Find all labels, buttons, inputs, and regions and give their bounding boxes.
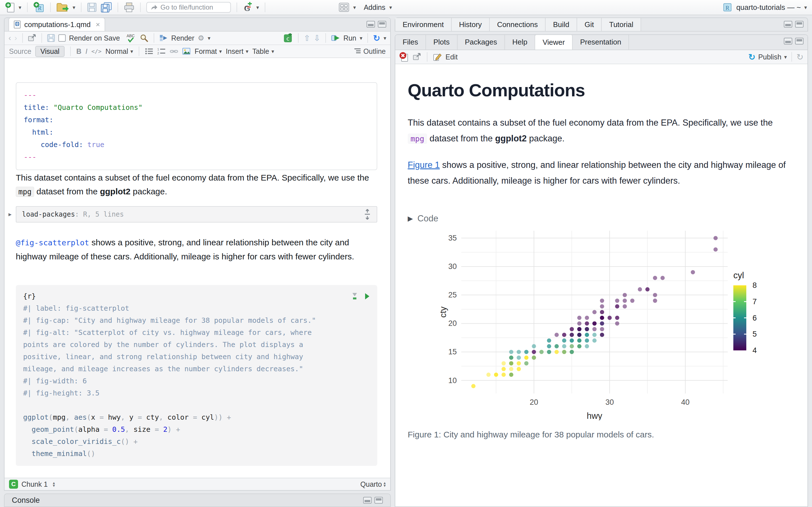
addins-caret[interactable]: ▾: [389, 5, 392, 10]
tab-environment[interactable]: Environment: [395, 18, 452, 31]
image-icon[interactable]: [182, 46, 191, 57]
back-icon[interactable]: ‹: [8, 34, 11, 43]
publish-icon[interactable]: ↻: [748, 52, 755, 62]
maximize-pane-icon[interactable]: [795, 38, 804, 45]
source-sync-icon[interactable]: ↻: [373, 33, 380, 43]
tab-git[interactable]: Git: [577, 18, 602, 31]
insert-chunk-icon[interactable]: c: [283, 33, 293, 44]
run-previous-icon[interactable]: ⇧: [304, 34, 310, 43]
minimize-pane-icon[interactable]: [784, 38, 792, 45]
minimize-console-icon[interactable]: [363, 497, 371, 504]
toolbar-separator: [139, 47, 139, 56]
source-mode-button[interactable]: Source: [9, 47, 31, 55]
run-chunk-icon[interactable]: [364, 291, 370, 302]
open-file-caret[interactable]: ▾: [73, 5, 75, 10]
maximize-console-icon[interactable]: [374, 497, 383, 504]
save-all-icon[interactable]: [101, 2, 112, 13]
bold-button[interactable]: B: [77, 47, 82, 55]
tab-presentation[interactable]: Presentation: [573, 34, 629, 50]
save-icon[interactable]: [87, 2, 97, 13]
outline-toggle[interactable]: Outline: [354, 47, 386, 55]
document-type-selector[interactable]: Quarto ▴▾: [360, 480, 386, 489]
spellcheck-icon[interactable]: ABC: [126, 33, 136, 44]
minimize-pane-icon[interactable]: [784, 21, 792, 27]
run-icon[interactable]: [331, 33, 340, 44]
italic-button[interactable]: I: [86, 47, 87, 55]
visual-mode-button[interactable]: Visual: [35, 46, 64, 57]
source-sync-caret[interactable]: ▾: [384, 36, 386, 41]
tab-tutorial[interactable]: Tutorial: [602, 18, 641, 31]
maximize-pane-icon[interactable]: [795, 21, 804, 27]
new-file-icon[interactable]: [5, 2, 15, 13]
render-label[interactable]: Render: [171, 34, 194, 42]
edit-pencil-icon[interactable]: [433, 51, 442, 62]
render-settings-caret[interactable]: ▾: [208, 36, 211, 41]
tab-history[interactable]: History: [452, 18, 490, 31]
tab-connections[interactable]: Connections: [490, 18, 546, 31]
table-dropdown[interactable]: Table▾: [252, 47, 274, 55]
expand-chunk-icon[interactable]: [364, 209, 371, 220]
version-control-icon[interactable]: GG: [243, 2, 252, 13]
panes-layout-caret[interactable]: ▾: [353, 5, 356, 10]
project-menu[interactable]: R quarto-tutorials — ~ ▾: [722, 2, 807, 13]
edit-button-label[interactable]: Edit: [446, 53, 458, 61]
tab-plots[interactable]: Plots: [426, 34, 458, 50]
run-label[interactable]: Run: [343, 34, 356, 42]
popout-icon[interactable]: [28, 33, 36, 44]
inline-link[interactable]: Figure 1: [408, 160, 440, 170]
tab-packages[interactable]: Packages: [458, 34, 505, 50]
numbered-list-icon[interactable]: 12: [157, 46, 166, 57]
yaml-metadata-block[interactable]: ---title: "Quarto Computations"format: h…: [16, 82, 377, 170]
svg-text:R: R: [725, 4, 729, 11]
toolbar-separator: [792, 52, 792, 62]
save-doc-icon[interactable]: [47, 33, 55, 44]
viewer-popout-icon[interactable]: [413, 51, 421, 62]
code-fold-disclosure[interactable]: ▶ Code: [408, 214, 439, 224]
chunk-position-selector[interactable]: Chunk 1: [21, 480, 48, 489]
refresh-viewer-icon[interactable]: ↻: [797, 52, 804, 62]
toolbar-separator: [237, 3, 237, 12]
new-file-caret[interactable]: ▾: [18, 5, 21, 10]
forward-icon[interactable]: ›: [14, 34, 17, 43]
tab-viewer[interactable]: Viewer: [535, 34, 573, 50]
editor-paragraph[interactable]: @fig-scatterplot shows a positive, stron…: [16, 235, 380, 263]
bullet-list-icon[interactable]: [145, 46, 153, 57]
code-format-button[interactable]: </>: [91, 48, 101, 55]
addins-menu[interactable]: Addins: [364, 3, 385, 11]
stop-viewer-icon[interactable]: [399, 51, 409, 62]
svg-text:35: 35: [448, 234, 457, 242]
tab-files[interactable]: Files: [395, 34, 426, 50]
paragraph-style-dropdown[interactable]: Normal▾: [105, 47, 133, 55]
collapsed-chunk-load-packages[interactable]: load-packages : R, 5 lines: [16, 206, 377, 223]
minimize-pane-icon[interactable]: [366, 21, 375, 27]
search-icon[interactable]: [140, 33, 149, 44]
version-control-caret[interactable]: ▾: [256, 5, 259, 10]
open-file-icon[interactable]: [56, 2, 69, 13]
publish-caret[interactable]: ▾: [784, 54, 787, 60]
close-tab-icon[interactable]: ×: [96, 20, 100, 29]
new-project-icon[interactable]: R: [33, 2, 45, 13]
render-settings-gear-icon[interactable]: ⚙: [198, 34, 204, 43]
format-dropdown[interactable]: Format▾: [195, 47, 222, 55]
visual-editor-canvas[interactable]: ---title: "Quarto Computations"format: h…: [4, 59, 390, 478]
editor-paragraph[interactable]: This dataset contains a subset of the fu…: [16, 171, 380, 199]
run-chunks-above-icon[interactable]: [351, 291, 358, 302]
run-next-icon[interactable]: ⇩: [313, 34, 320, 43]
render-on-save-checkbox[interactable]: [58, 34, 66, 42]
insert-dropdown[interactable]: Insert▾: [226, 47, 248, 55]
maximize-pane-icon[interactable]: [378, 21, 386, 27]
tab-build[interactable]: Build: [546, 18, 577, 31]
print-icon[interactable]: [124, 2, 135, 13]
chunk-position-arrows-icon[interactable]: ▴▾: [53, 482, 55, 487]
chunk-collapse-icon[interactable]: ▸: [8, 211, 11, 218]
panes-layout-icon[interactable]: [339, 2, 349, 13]
editor-tab-computations[interactable]: computations-1.qmd ×: [8, 17, 105, 31]
render-icon[interactable]: [159, 33, 168, 44]
link-icon[interactable]: [170, 46, 178, 57]
publish-button-label[interactable]: Publish: [758, 53, 781, 61]
r-code-chunk[interactable]: {r}#| label: fig-scatterplot#| fig-cap: …: [16, 285, 377, 466]
run-caret[interactable]: ▾: [360, 36, 363, 41]
goto-file-input[interactable]: Go to file/function: [146, 2, 231, 13]
console-pane-header[interactable]: Console: [4, 494, 391, 507]
tab-help[interactable]: Help: [505, 34, 535, 50]
